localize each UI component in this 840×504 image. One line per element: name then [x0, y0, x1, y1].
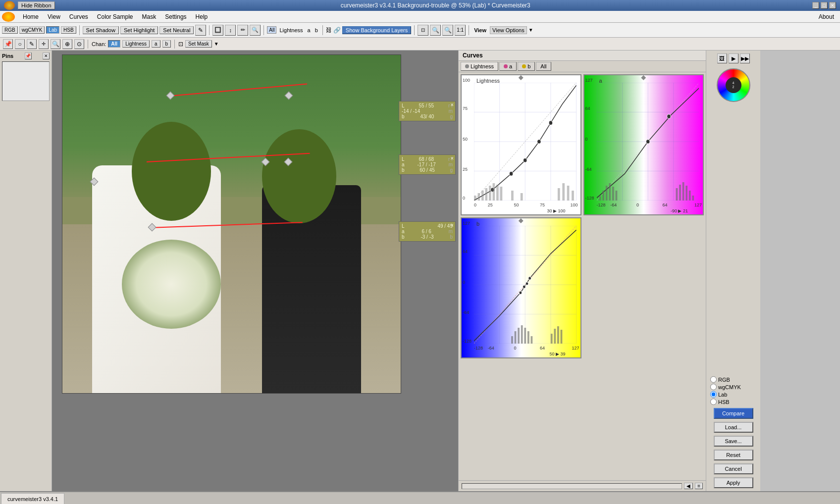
extra-tool1[interactable]: ⊕ [62, 39, 72, 49]
hide-ribbon-btn[interactable]: Hide Ribbon [18, 1, 55, 9]
info-panel-3: L49 / 49 a6 / 6m b-3 / -3b ✕ [399, 221, 456, 242]
view-options-expand[interactable]: ▼ [528, 27, 533, 33]
set-neutral-btn[interactable]: Set Neutral [159, 26, 194, 34]
cancel-btn[interactable]: Cancel [714, 463, 753, 474]
curves-nav-right[interactable]: ≡ [695, 483, 703, 489]
menu-view[interactable]: View [44, 12, 64, 21]
menu-about[interactable]: About [815, 12, 838, 21]
set-mask-btn[interactable]: Set Mask [185, 40, 212, 48]
minimize-btn[interactable]: _ [812, 2, 819, 9]
svg-rect-19 [485, 188, 488, 201]
view-options-label[interactable]: View Options [490, 26, 527, 34]
chan-a-indicator[interactable]: a [306, 27, 312, 34]
chan-lightness-indicator[interactable]: Lightness [278, 27, 304, 34]
svg-rect-49 [676, 188, 678, 201]
save-btn[interactable]: Save... [714, 436, 753, 447]
zoom-fit-btn[interactable]: ⊡ [418, 25, 428, 36]
lightness-chart: 100 75 50 25 0 Lightness [461, 74, 581, 215]
svg-rect-16 [474, 196, 476, 201]
reset-btn[interactable]: Reset [714, 450, 753, 460]
chan-all-indicator: All [267, 26, 276, 34]
apply-btn[interactable]: Apply [714, 477, 753, 488]
chan-b-btn[interactable]: b [162, 40, 171, 48]
radio-lab[interactable]: Lab [710, 391, 741, 398]
pins-title: Pins [2, 53, 13, 59]
color-mode-lab[interactable]: Lab [46, 26, 59, 34]
toolbar-row2: 📌 ○ ✎ ✛ 🔍 ⊕ ⊙ Chan: All Lightness a b ⊡ … [0, 38, 840, 50]
chan-lightness-btn[interactable]: Lightness [122, 40, 150, 48]
svg-rect-21 [493, 183, 495, 201]
color-wheel: 42 [717, 68, 750, 102]
curves-nav-left[interactable]: ◀ [684, 483, 693, 489]
set-mask-expand[interactable]: ▼ [214, 41, 219, 47]
menu-color-sample[interactable]: Color Sample [93, 12, 137, 21]
zoom-100-btn[interactable]: 1:1 [455, 25, 466, 36]
menu-curves[interactable]: Curves [65, 12, 92, 21]
tab-lightness[interactable]: Lightness [461, 62, 498, 71]
svg-rect-25 [521, 193, 523, 201]
compare-btn[interactable]: Compare [714, 408, 753, 419]
set-shadow-btn[interactable]: Set Shadow [83, 26, 119, 34]
svg-rect-22 [496, 185, 499, 201]
extra-tool2[interactable]: ⊙ [74, 39, 84, 49]
set-highlight-btn[interactable]: Set Highlight [120, 26, 158, 34]
svg-rect-45 [605, 186, 607, 201]
tool-icon-1[interactable]: 🔲 [212, 25, 223, 36]
rc-icon-3[interactable]: ▶▶ [740, 53, 750, 63]
svg-rect-48 [615, 191, 617, 201]
info-panel-1-close[interactable]: ✕ [450, 102, 454, 107]
tab-a[interactable]: a [499, 62, 517, 71]
pins-close-btn[interactable]: ✕ [43, 52, 50, 59]
svg-rect-20 [489, 186, 491, 201]
menu-help[interactable]: Help [192, 12, 212, 21]
menu-home[interactable]: Home [19, 12, 43, 21]
chan-a-btn[interactable]: a [152, 40, 160, 48]
svg-rect-71 [515, 331, 517, 344]
svg-point-69 [528, 277, 531, 280]
close-btn[interactable]: ✕ [829, 2, 836, 9]
toolbar-row1: RGB wgCMYK Lab HSB Set Shadow Set Highli… [0, 23, 840, 38]
mag-tool[interactable]: 🔍 [51, 39, 60, 49]
compass-labels: 42 [733, 81, 735, 90]
maximize-btn[interactable]: □ [821, 2, 828, 9]
bride-face [132, 122, 211, 221]
rc-icon-2[interactable]: ▶ [729, 53, 738, 63]
tool-icon-3[interactable]: ✏ [237, 25, 248, 36]
chan-b-indicator[interactable]: b [314, 27, 319, 34]
show-bg-layers-btn[interactable]: Show Background Layers [342, 26, 411, 34]
radio-wgcmyk[interactable]: wgCMYK [710, 384, 741, 390]
load-btn[interactable]: Load... [714, 422, 753, 433]
info-panel-2-close[interactable]: ✕ [450, 156, 454, 161]
color-mode-rgb[interactable]: RGB [2, 26, 18, 34]
tab-b[interactable]: b [518, 62, 535, 71]
pin-tool[interactable]: 📌 [3, 39, 13, 49]
svg-rect-47 [612, 187, 614, 201]
tab-all[interactable]: All [536, 62, 551, 71]
info-panel-3-close[interactable]: ✕ [450, 223, 454, 228]
rc-icon-1[interactable]: 🖼 [717, 53, 727, 63]
chan-all-btn[interactable]: All [108, 40, 120, 48]
zoom-out-btn[interactable]: 🔍 [430, 25, 441, 36]
pins-push-btn[interactable]: 📌 [25, 52, 32, 59]
color-mode-radios: RGB wgCMYK Lab HSB [710, 376, 741, 405]
eyedropper-icon[interactable]: ✎ [195, 25, 206, 36]
tool-icon-2[interactable]: ↕ [225, 25, 236, 36]
radio-hsb[interactable]: HSB [710, 399, 741, 405]
canvas-area[interactable]: L55 / 55r f -14 / -14m b43/ 40g ✕ L68 / … [52, 50, 458, 491]
menu-mask[interactable]: Mask [138, 12, 160, 21]
menu-settings[interactable]: Settings [161, 12, 190, 21]
groom-face [262, 129, 336, 223]
svg-rect-78 [554, 329, 556, 344]
tool-icon-4[interactable]: 🔍 [250, 25, 261, 36]
svg-rect-76 [531, 336, 533, 344]
color-mode-hsb[interactable]: HSB [61, 26, 76, 34]
move-tool[interactable]: ✛ [39, 39, 49, 49]
radio-rgb[interactable]: RGB [710, 376, 741, 383]
lasso-tool[interactable]: ○ [15, 39, 25, 49]
pencil-tool[interactable]: ✎ [27, 39, 37, 49]
chan-icons: ⊡ [178, 41, 183, 48]
app-tab-main[interactable]: curvemeister3 v3.4.1 [1, 493, 64, 504]
menubar: Home View Curves Color Sample Mask Setti… [0, 11, 840, 23]
zoom-in-btn[interactable]: 🔍 [442, 25, 453, 36]
color-mode-wgcmyk[interactable]: wgCMYK [19, 26, 45, 34]
